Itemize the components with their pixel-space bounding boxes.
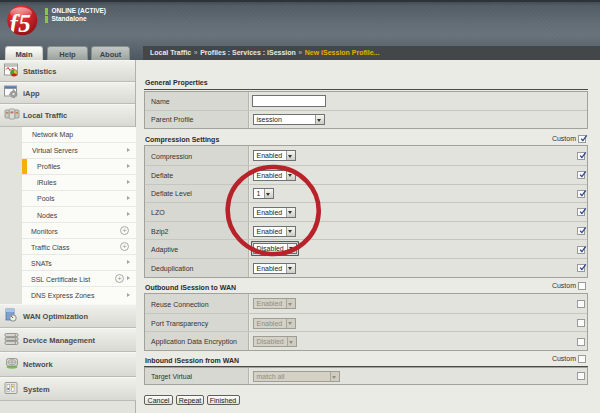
svg-text:f5: f5 [10, 10, 32, 36]
